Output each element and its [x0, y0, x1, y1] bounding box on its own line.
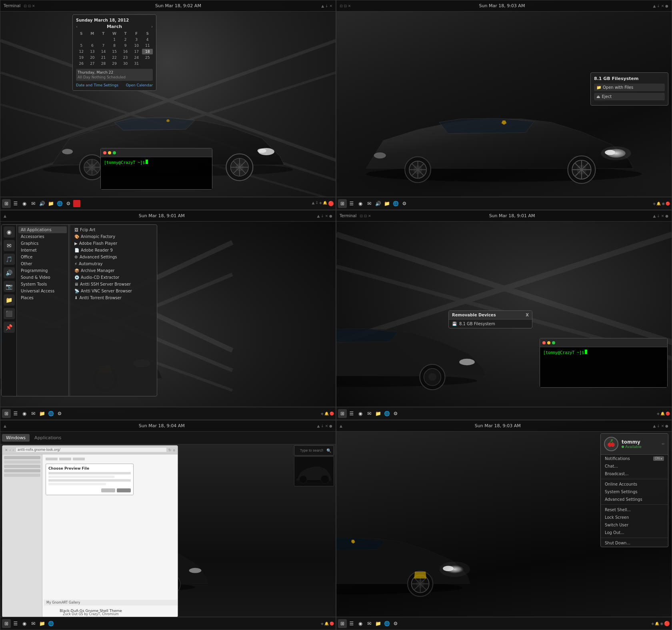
cal-cell-22[interactable]: 22 [109, 55, 120, 60]
menu-cat-office[interactable]: Office [18, 254, 67, 260]
cal-cell-9[interactable]: 9 [120, 43, 131, 48]
p3-systray-2[interactable]: 🔔 [324, 412, 329, 416]
cal-cell-31[interactable]: 31 [131, 61, 142, 66]
p4-taskbar-icon-6[interactable]: 🌐 [383, 410, 391, 418]
menu-cat-universal[interactable]: Universal Access [18, 288, 67, 294]
cal-cell-27[interactable]: 27 [87, 61, 98, 66]
preview-home-btn[interactable]: ⌂ [173, 448, 175, 452]
p5-taskbar-icon-3[interactable]: ◉ [20, 620, 28, 628]
taskbar-icon-3[interactable]: ◉ [20, 200, 28, 208]
menu-cat-all[interactable]: All Applications [18, 226, 67, 233]
preview-back-btn[interactable]: ‹ [10, 448, 11, 452]
terminal-body-1[interactable]: [tommy@CrazyT ~]$ [101, 157, 212, 189]
search-input[interactable] [297, 447, 326, 454]
preview-refresh-btn[interactable]: ↻ [168, 448, 172, 452]
cal-cell-13[interactable]: 13 [87, 49, 98, 54]
p2-systray-4[interactable]: 🔴 [666, 202, 670, 206]
p3-taskbar-icon-5[interactable]: 📁 [38, 410, 46, 418]
p4-taskbar-icon-4[interactable]: ✉ [365, 410, 373, 418]
cal-cell-11[interactable]: 11 [142, 43, 153, 48]
cal-cell-25[interactable]: 25 [142, 55, 153, 60]
p4-taskbar-icon-5[interactable]: 📁 [374, 410, 382, 418]
taskbar-icon-6[interactable]: 📁 [47, 200, 55, 208]
user-menu-online-accounts[interactable]: Online Accounts [601, 480, 668, 488]
taskbar-icon-8[interactable]: ⚙ [64, 200, 72, 208]
cal-prev[interactable]: ‹ [76, 24, 78, 29]
cal-cell-17[interactable]: 17 [131, 49, 142, 54]
panel-4-datetime[interactable]: Sun Mar 18, 9:01 AM [489, 213, 535, 218]
p2-taskbar-icon-2[interactable]: ☰ [348, 200, 356, 208]
panel-6-datetime[interactable]: Sun Mar 18, 9:03 AM [475, 423, 521, 428]
p5-systray-1[interactable]: ◈ [321, 622, 324, 626]
cal-cell-20[interactable]: 20 [87, 55, 98, 60]
cal-settings-link[interactable]: Date and Time Settings [76, 83, 118, 87]
p2-taskbar-icon-6[interactable]: 📁 [383, 200, 391, 208]
terminal-close-btn-2[interactable] [542, 341, 546, 344]
menu-app-4[interactable]: 📄Adobe Reader 9 [72, 247, 155, 254]
p3-taskbar-icon-6[interactable]: 🌐 [47, 410, 55, 418]
cal-cell-29[interactable]: 29 [109, 61, 120, 66]
preview-close-btn[interactable]: ✕ [5, 448, 8, 452]
cal-cell-e2[interactable] [87, 37, 98, 42]
cal-cell-6[interactable]: 6 [87, 43, 98, 48]
taskbar-icon-9[interactable] [73, 200, 80, 207]
menu-sidebar-icon-7[interactable]: ⬛ [4, 308, 15, 319]
switcher-applications-tab[interactable]: Applications [30, 434, 65, 442]
panel-5-datetime[interactable]: Sun Mar 18, 9:04 AM [139, 423, 185, 428]
systray-icon-3[interactable]: ◈ [319, 201, 322, 206]
menu-cat-sound[interactable]: Sound & Video [18, 274, 67, 281]
p6-taskbar-icon-3[interactable]: ◉ [356, 620, 364, 628]
p4-systray-3[interactable]: 🔴 [666, 412, 670, 416]
menu-cat-system[interactable]: System Tools [18, 281, 67, 288]
menu-sidebar-icon-1[interactable]: ◉ [4, 226, 15, 238]
p2-taskbar-icon-3[interactable]: ◉ [356, 200, 364, 208]
menu-sidebar-icon-4[interactable]: 🔊 [4, 267, 15, 278]
p5-taskbar-icon-4[interactable]: ✉ [29, 620, 37, 628]
user-menu-chat[interactable]: Chat... [601, 462, 668, 470]
cal-cell-3[interactable]: 3 [131, 37, 142, 42]
p6-taskbar-icon-5[interactable]: 📁 [374, 620, 382, 628]
status-edit-icon[interactable]: ✏ [662, 442, 665, 446]
p6-taskbar-icon-4[interactable]: ✉ [365, 620, 373, 628]
terminal-max-btn-2[interactable] [552, 341, 555, 344]
systray-icon-5[interactable]: 🔴 [328, 201, 334, 206]
menu-app-9[interactable]: 🖥Antti SSH Server Browser [72, 281, 155, 288]
cal-cell-30[interactable]: 30 [120, 61, 131, 66]
p5-taskbar-icon-6[interactable]: 🌐 [47, 620, 55, 628]
user-menu-notifications[interactable]: Notifications ON ▸ [601, 455, 668, 462]
cal-cell-e1[interactable] [76, 37, 87, 42]
p3-taskbar-icon-7[interactable]: ⚙ [56, 410, 64, 418]
menu-sidebar-icon-6[interactable]: 📁 [4, 294, 15, 306]
terminal-close-btn-1[interactable] [103, 151, 106, 154]
p4-taskbar-icon-2[interactable]: ☰ [348, 410, 356, 418]
p4-systray-1[interactable]: ◈ [657, 412, 660, 416]
panel-2-datetime[interactable]: Sun Mar 18, 9:03 AM [479, 3, 525, 8]
p4-systray-2[interactable]: 🔔 [660, 412, 665, 416]
p2-taskbar-icon-5[interactable]: 🔊 [374, 200, 382, 208]
menu-app-8[interactable]: 💿Audio-CD Extractor [72, 274, 155, 281]
p2-systray-2[interactable]: 🔔 [656, 202, 661, 206]
cal-cell-8[interactable]: 8 [109, 43, 120, 48]
cal-cell-2[interactable]: 2 [120, 37, 131, 42]
p3-taskbar-icon-4[interactable]: ✉ [29, 410, 37, 418]
menu-app-11[interactable]: ⬇Antti Torrent Browser [72, 294, 155, 301]
cal-cell-1[interactable]: 1 [109, 37, 120, 42]
p5-systray-2[interactable]: 🔔 [324, 622, 329, 626]
taskbar-icon-5[interactable]: 🔊 [38, 200, 46, 208]
cal-next[interactable]: › [151, 24, 153, 29]
p2-taskbar-icon-1[interactable]: ⊞ [338, 199, 347, 208]
p6-taskbar-icon-6[interactable]: 🌐 [383, 620, 391, 628]
cal-cell-15[interactable]: 15 [109, 49, 120, 54]
p5-systray-3[interactable]: 🔴 [330, 622, 334, 626]
cal-cell-26[interactable]: 26 [76, 61, 87, 66]
user-menu-system-settings[interactable]: System Settings [601, 488, 668, 496]
menu-sidebar-icon-8[interactable]: 📌 [4, 322, 15, 333]
user-menu-logout[interactable]: Log Out... [601, 529, 668, 536]
p6-systray-3[interactable]: ◉ [660, 622, 663, 626]
user-menu-switch-user[interactable]: Switch User [601, 521, 668, 529]
p4-taskbar-icon-1[interactable]: ⊞ [338, 409, 347, 418]
menu-app-10[interactable]: 📡Antti VNC Server Browser [72, 288, 155, 294]
p6-taskbar-icon-2[interactable]: ☰ [348, 620, 356, 628]
p2-systray-1[interactable]: ◈ [653, 202, 656, 206]
menu-app-1[interactable]: 🖼Fcip Art [72, 226, 155, 233]
